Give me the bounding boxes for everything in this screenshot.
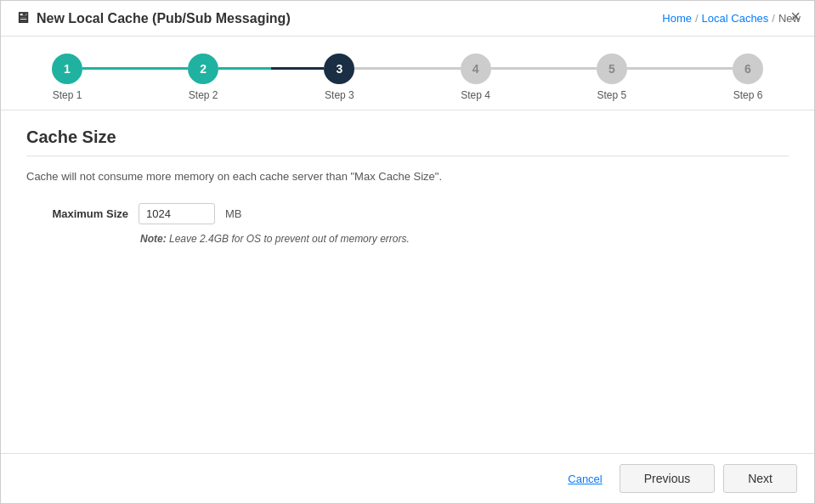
step-3-label: Step 3 xyxy=(325,89,354,101)
max-size-input[interactable] xyxy=(139,203,215,224)
note-content: Leave 2.4GB for OS to prevent out of mem… xyxy=(167,233,410,245)
stepper-area: 1 Step 1 2 Step 2 3 Step 3 4 Step xyxy=(1,37,814,110)
step-6-circle: 6 xyxy=(733,54,763,84)
step-2-label: Step 2 xyxy=(189,89,218,101)
stepper: 1 Step 1 2 Step 2 3 Step 3 4 Step xyxy=(52,54,763,101)
step-1-label: Step 1 xyxy=(53,89,82,101)
step-1: 1 Step 1 xyxy=(52,54,82,101)
line-1-2 xyxy=(82,67,188,70)
step-3: 3 Step 3 xyxy=(324,54,354,101)
note-bold: Note: xyxy=(140,233,167,245)
previous-button[interactable]: Previous xyxy=(620,464,715,493)
step-5-label: Step 5 xyxy=(597,89,626,101)
step-5-circle: 5 xyxy=(597,54,627,84)
line-3-4 xyxy=(354,67,460,70)
line-4-5 xyxy=(491,67,597,70)
footer: Cancel Previous Next xyxy=(1,453,814,503)
step-4-label: Step 4 xyxy=(461,89,490,101)
step-2: 2 Step 2 xyxy=(188,54,218,101)
breadcrumb: Home / Local Caches / New xyxy=(662,12,801,25)
close-button[interactable]: × xyxy=(790,8,801,25)
line-2-3 xyxy=(218,67,324,70)
next-button[interactable]: Next xyxy=(723,464,797,493)
breadcrumb-local-caches[interactable]: Local Caches xyxy=(702,12,769,25)
breadcrumb-home[interactable]: Home xyxy=(662,12,692,25)
section-divider xyxy=(26,156,789,156)
form-row: Maximum Size MB xyxy=(26,203,789,224)
step-5: 5 Step 5 xyxy=(597,54,627,101)
step-3-circle: 3 xyxy=(324,54,354,84)
header: 🖥 New Local Cache (Pub/Sub Messaging) Ho… xyxy=(1,1,814,37)
form-label: Maximum Size xyxy=(26,207,128,220)
step-2-circle: 2 xyxy=(188,54,218,84)
line-5-6 xyxy=(627,67,733,70)
section-title: Cache Size xyxy=(26,127,789,147)
breadcrumb-sep2: / xyxy=(772,12,775,25)
content-area: Cache Size Cache will not consume more m… xyxy=(1,110,814,453)
breadcrumb-sep1: / xyxy=(695,12,699,25)
step-6: 6 Step 6 xyxy=(733,54,763,101)
main-window: 🖥 New Local Cache (Pub/Sub Messaging) Ho… xyxy=(0,0,815,504)
cancel-button[interactable]: Cancel xyxy=(568,473,602,485)
step-4-circle: 4 xyxy=(461,54,491,84)
note-text: Note: Leave 2.4GB for OS to prevent out … xyxy=(140,233,789,245)
header-title: 🖥 New Local Cache (Pub/Sub Messaging) xyxy=(14,9,291,27)
monitor-icon: 🖥 xyxy=(14,9,30,27)
info-text: Cache will not consume more memory on ea… xyxy=(26,170,789,183)
step-6-label: Step 6 xyxy=(733,89,763,101)
step-4: 4 Step 4 xyxy=(461,54,491,101)
page-title: New Local Cache (Pub/Sub Messaging) xyxy=(37,11,291,26)
step-1-circle: 1 xyxy=(52,54,82,84)
form-unit: MB xyxy=(225,207,242,220)
